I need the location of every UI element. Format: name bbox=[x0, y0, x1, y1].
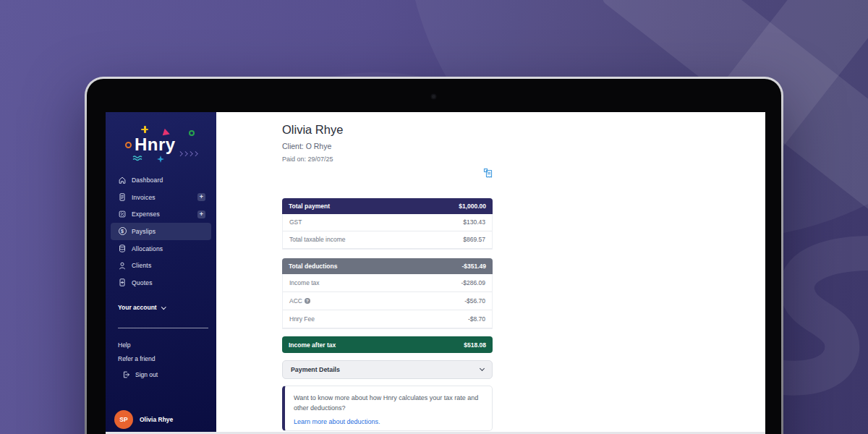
chevron-down-icon bbox=[480, 366, 485, 371]
total-payment-header: Total payment $1,000.00 bbox=[282, 198, 493, 214]
income-after-tax-value: $518.08 bbox=[464, 341, 486, 349]
sidebar-item-invoices[interactable]: Invoices + bbox=[111, 189, 211, 206]
sidebar-item-label: Quotes bbox=[132, 279, 153, 286]
logo-plus-decoration bbox=[141, 126, 148, 133]
help-icon[interactable]: ? bbox=[305, 298, 310, 304]
total-deductions-value: -$351.49 bbox=[461, 263, 486, 270]
add-invoice-button[interactable]: + bbox=[197, 193, 205, 201]
allocations-icon bbox=[118, 244, 127, 253]
logo-wordmark: Hnry bbox=[135, 135, 176, 155]
client-line: Client: O Rhye bbox=[282, 142, 331, 150]
sidebar-nav: Dashboard Invoices + bbox=[106, 171, 216, 292]
logo-orange-ring-decoration bbox=[125, 142, 132, 148]
table-row: Income tax -$286.09 bbox=[283, 274, 492, 292]
purple-backdrop: Hnry bbox=[0, 0, 868, 434]
avatar: SP bbox=[114, 410, 133, 429]
table-row: Total taxable income $869.57 bbox=[283, 231, 492, 249]
your-account-menu[interactable]: Your account bbox=[118, 304, 165, 311]
webcam-icon bbox=[432, 95, 435, 98]
sidebar: Hnry bbox=[106, 112, 216, 434]
sidebar-divider bbox=[118, 328, 208, 328]
sidebar-item-quotes[interactable]: Quotes bbox=[111, 274, 211, 292]
clients-icon bbox=[118, 261, 127, 271]
total-deductions-header: Total deductions -$351.49 bbox=[282, 258, 493, 274]
sidebar-item-label: Allocations bbox=[132, 245, 163, 252]
sign-out-icon bbox=[122, 370, 130, 379]
help-link[interactable]: Help bbox=[118, 341, 130, 349]
expense-icon bbox=[118, 210, 127, 219]
total-deductions-table: Total deductions -$351.49 Income tax -$2… bbox=[282, 258, 493, 329]
deductions-info-box: Want to know more about how Hnry calcula… bbox=[282, 386, 493, 431]
learn-more-link[interactable]: Learn more about deductions. bbox=[294, 418, 380, 425]
hnry-logo: Hnry bbox=[106, 112, 216, 170]
table-row: ACC ? -$56.70 bbox=[283, 292, 492, 310]
info-text: Want to know more about how Hnry calcula… bbox=[294, 393, 483, 414]
chevron-down-icon bbox=[161, 305, 166, 309]
payslip-detail-panel: Olivia Rhye Client: O Rhye Paid on: 29/0… bbox=[216, 112, 765, 434]
home-icon bbox=[118, 175, 127, 184]
logo-squiggle-decoration bbox=[132, 156, 144, 161]
total-payment-value: $1,000.00 bbox=[459, 203, 486, 210]
sidebar-item-clients[interactable]: Clients bbox=[111, 257, 211, 274]
refer-a-friend-link[interactable]: Refer a friend bbox=[118, 355, 156, 362]
logo-star-decoration bbox=[157, 156, 164, 163]
sidebar-item-label: Dashboard bbox=[132, 176, 163, 184]
sidebar-item-dashboard[interactable]: Dashboard bbox=[111, 171, 211, 189]
page-title: Olivia Rhye bbox=[282, 123, 343, 137]
app-screen: Hnry bbox=[106, 112, 765, 434]
invoice-icon bbox=[118, 192, 127, 202]
sidebar-item-label: Expenses bbox=[132, 210, 160, 218]
sidebar-item-allocations[interactable]: Allocations bbox=[111, 240, 211, 258]
paid-on-line: Paid on: 29/07/25 bbox=[282, 156, 333, 163]
logo-green-ring-decoration bbox=[189, 130, 195, 136]
sidebar-item-label: Clients bbox=[132, 262, 151, 269]
user-profile[interactable]: SP Olivia Rhye bbox=[114, 410, 173, 429]
receipt-icon[interactable] bbox=[483, 168, 494, 179]
income-after-tax-bar: Income after tax $518.08 bbox=[282, 336, 493, 353]
laptop-frame: Hnry bbox=[85, 77, 783, 434]
table-row: Hnry Fee -$8.70 bbox=[283, 310, 492, 328]
table-row: GST $130.43 bbox=[283, 214, 492, 231]
sidebar-item-expenses[interactable]: Expenses + bbox=[111, 205, 211, 223]
user-name: Olivia Rhye bbox=[140, 416, 173, 423]
total-payment-table: Total payment $1,000.00 GST $130.43 Tota… bbox=[282, 198, 493, 250]
payslip-icon: $ bbox=[118, 226, 127, 236]
laptop-bezel: Hnry bbox=[87, 79, 781, 434]
quotes-icon bbox=[118, 278, 127, 287]
add-expense-button[interactable]: + bbox=[197, 210, 205, 218]
sign-out-button[interactable]: Sign out bbox=[122, 370, 158, 379]
payment-details-accordion[interactable]: Payment Details bbox=[282, 360, 493, 379]
sidebar-item-label: Invoices bbox=[132, 194, 156, 201]
logo-chevrons-decoration bbox=[179, 152, 197, 156]
sidebar-item-payslips[interactable]: $ Payslips bbox=[111, 223, 211, 240]
sidebar-item-label: Payslips bbox=[132, 228, 156, 235]
